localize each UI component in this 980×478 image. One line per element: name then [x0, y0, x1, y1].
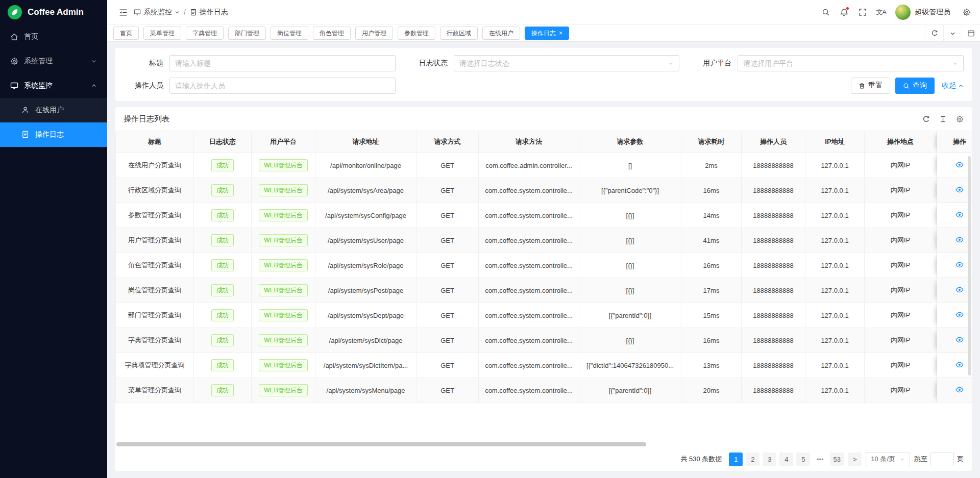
column-settings-gear-icon[interactable]: [956, 115, 964, 123]
search-icon[interactable]: [817, 0, 835, 24]
pager-page[interactable]: 3: [763, 452, 776, 466]
status-select[interactable]: [454, 55, 680, 71]
cell-location: 内网IP: [865, 203, 937, 228]
cell-action: [937, 203, 972, 228]
view-detail-eye-icon[interactable]: [955, 361, 964, 369]
table-row: 参数管理分页查询 成功 WEB管理后台 /api/system/sysConfi…: [115, 203, 972, 228]
tab[interactable]: 角色管理: [313, 27, 351, 40]
table-row: 菜单管理分页查询 成功 WEB管理后台 /api/system/sysMenu/…: [115, 378, 972, 403]
tab[interactable]: 菜单管理: [143, 27, 181, 40]
tab[interactable]: 字典管理: [186, 27, 224, 40]
sidebar-item-home[interactable]: 首页: [0, 24, 107, 49]
tabs-refresh-icon[interactable]: [925, 25, 943, 41]
monitor-icon: [134, 9, 141, 16]
cell-request-method: GET: [416, 278, 479, 303]
notification-bell-icon[interactable]: [835, 0, 853, 24]
filter-status-label: 日志状态: [408, 59, 448, 68]
pager-page[interactable]: 53: [830, 452, 844, 466]
pager-page[interactable]: 4: [779, 452, 793, 466]
app-root: Coffee Admin 首页 系统管理: [0, 0, 980, 478]
cell-location: 内网IP: [865, 278, 937, 303]
view-detail-eye-icon[interactable]: [955, 211, 964, 219]
sidebar-item-system-monitor[interactable]: 系统监控: [0, 73, 107, 98]
tab[interactable]: 岗位管理: [271, 27, 308, 40]
table-row: 用户管理分页查询 成功 WEB管理后台 /api/system/sysUser/…: [115, 228, 972, 253]
settings-gear-icon[interactable]: [958, 0, 976, 24]
tab-label: 操作日志: [531, 29, 556, 38]
density-icon[interactable]: [939, 115, 947, 123]
cell-request-url: /api/system/sysUser/page: [315, 228, 416, 253]
fullscreen-icon[interactable]: [853, 0, 872, 24]
sidebar-item-operation-log[interactable]: 操作日志: [0, 122, 107, 147]
reset-button[interactable]: 重置: [851, 78, 890, 94]
tab[interactable]: 首页: [113, 27, 139, 40]
pager-ellipsis[interactable]: •••: [813, 452, 827, 466]
translate-icon[interactable]: 文A: [872, 0, 890, 24]
view-detail-eye-icon[interactable]: [955, 186, 964, 194]
tab[interactable]: 在线用户: [482, 27, 520, 40]
cell-location: 内网IP: [865, 353, 937, 378]
table-row: 岗位管理分页查询 成功 WEB管理后台 /api/system/sysPost/…: [115, 278, 972, 303]
cell-request-handler: com.coffee.system.controlle...: [479, 378, 579, 403]
cell-status: 成功: [194, 353, 252, 378]
sidebar-item-label: 操作日志: [35, 130, 64, 139]
status-tag: 成功: [211, 334, 234, 346]
collapse-filters-link[interactable]: 收起: [942, 81, 964, 90]
platform-select-input[interactable]: [743, 59, 952, 67]
cell-request-handler: com.coffee.system.controlle...: [479, 353, 579, 378]
cell-operator: 18888888888: [742, 203, 805, 228]
tab-label: 首页: [120, 29, 132, 38]
page-size-select[interactable]: 10 条/页: [866, 452, 910, 466]
cell-request-url: /api/system/sysMenu/page: [315, 378, 416, 403]
tabs-more-chevron-icon[interactable]: [943, 25, 962, 41]
sidebar-item-system-management[interactable]: 系统管理: [0, 49, 107, 73]
view-detail-eye-icon[interactable]: [955, 336, 964, 344]
pager-jump-label: 跳至: [914, 455, 927, 464]
view-detail-eye-icon[interactable]: [955, 261, 964, 269]
tab-close-icon[interactable]: ×: [559, 30, 562, 36]
chevron-up-icon: [91, 83, 97, 89]
cell-status: 成功: [194, 178, 252, 203]
brand-name: Coffee Admin: [28, 7, 84, 17]
breadcrumb-monitor[interactable]: 系统监控: [134, 8, 180, 17]
pager-jump-input[interactable]: [930, 452, 954, 466]
tab[interactable]: 行政区域: [440, 27, 478, 40]
tab[interactable]: 用户管理: [355, 27, 393, 40]
user-name[interactable]: 超级管理员: [915, 8, 950, 17]
tab[interactable]: 参数管理: [398, 27, 435, 40]
pager-page[interactable]: 1: [729, 452, 743, 466]
status-select-input[interactable]: [459, 59, 669, 67]
pager-page[interactable]: 2: [746, 452, 760, 466]
operator-input[interactable]: [175, 82, 390, 90]
platform-select[interactable]: [738, 55, 964, 71]
filter-title-label: 标题: [124, 59, 163, 68]
view-detail-eye-icon[interactable]: [955, 161, 964, 169]
title-input[interactable]: [175, 59, 390, 67]
horizontal-scrollbar[interactable]: [116, 442, 646, 446]
cell-platform: WEB管理后台: [252, 328, 315, 353]
pager-page[interactable]: 5: [796, 452, 810, 466]
view-detail-eye-icon[interactable]: [955, 311, 964, 319]
search-button[interactable]: 查询: [895, 78, 935, 94]
tab[interactable]: 操作日志 ×: [525, 27, 569, 40]
vertical-scrollbar[interactable]: [968, 156, 971, 375]
content-layout-icon[interactable]: [962, 25, 980, 41]
gear-icon: [10, 57, 18, 65]
cell-ip: 127.0.0.1: [805, 228, 865, 253]
tab-label: 字典管理: [192, 29, 217, 38]
view-detail-eye-icon[interactable]: [955, 386, 964, 394]
view-detail-eye-icon[interactable]: [955, 236, 964, 244]
menu-collapse-icon[interactable]: [114, 0, 132, 24]
cell-platform: WEB管理后台: [252, 203, 315, 228]
refresh-icon[interactable]: [922, 115, 930, 123]
cell-action: [937, 253, 972, 278]
sidebar-item-online-users[interactable]: 在线用户: [0, 98, 107, 122]
avatar[interactable]: [895, 5, 911, 20]
cell-platform: WEB管理后台: [252, 378, 315, 403]
pager-next-button[interactable]: >: [848, 452, 862, 466]
tab[interactable]: 部门管理: [228, 27, 266, 40]
brand[interactable]: Coffee Admin: [0, 0, 107, 24]
view-detail-eye-icon[interactable]: [955, 286, 964, 294]
horizontal-scrollbar-track: [116, 441, 971, 447]
cell-ip: 127.0.0.1: [805, 353, 865, 378]
